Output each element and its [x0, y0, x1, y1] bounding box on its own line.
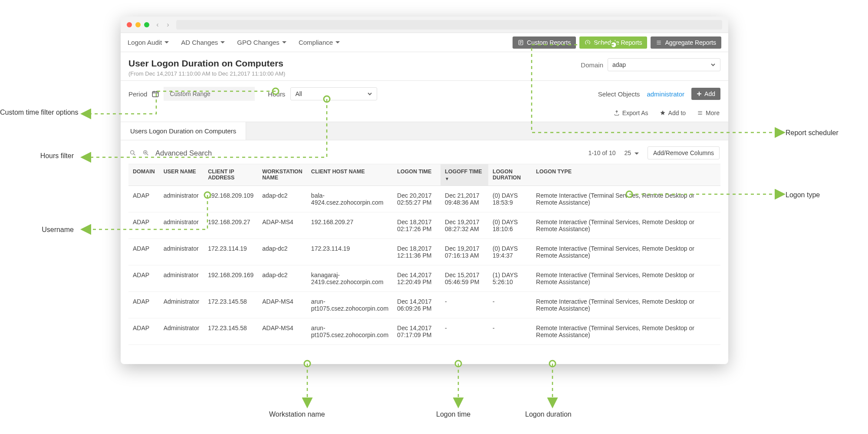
select-objects-label: Select Objects: [598, 90, 640, 98]
calendar-icon[interactable]: [151, 90, 159, 98]
annot-logontype: Logon type: [786, 191, 820, 199]
hours-select[interactable]: All: [290, 87, 377, 100]
advanced-search-link[interactable]: Advanced Search: [155, 149, 212, 157]
table-cell: Administrator: [159, 318, 204, 345]
search-plus-icon[interactable]: [142, 149, 149, 156]
tab-label: GPO Changes: [237, 39, 279, 46]
table-row[interactable]: ADAPadministrator192.168.209.27ADAP-MS41…: [128, 212, 720, 239]
table-wrap: DOMAINUSER NAMECLIENT IP ADDRESSWORKSTAT…: [121, 164, 728, 364]
col-header[interactable]: DOMAIN: [128, 164, 159, 186]
svg-rect-2: [153, 92, 159, 97]
close-window-icon[interactable]: [127, 22, 132, 27]
al-label: Export As: [622, 109, 648, 116]
table-cell: Dec 20,2017 02:55:27 PM: [393, 186, 441, 212]
chevron-down-icon: [220, 41, 225, 43]
selected-object-link[interactable]: administrator: [647, 90, 684, 98]
svg-point-3: [131, 151, 134, 154]
domain-select[interactable]: adap: [608, 58, 720, 71]
tab-logon-audit[interactable]: Logon Audit: [128, 39, 169, 46]
minimize-window-icon[interactable]: [135, 22, 141, 27]
table-cell: Remote Interactive (Terminal Services, R…: [532, 239, 720, 265]
aggregate-reports-button[interactable]: Aggregate Reports: [651, 36, 721, 49]
title-area: User Logon Duration on Computers (From D…: [121, 52, 728, 81]
add-button[interactable]: Add: [691, 88, 720, 100]
table-cell: ADAP: [128, 292, 159, 318]
hours-label: Hours: [268, 90, 285, 98]
table-cell: administrator: [159, 265, 204, 292]
col-header[interactable]: LOGOFF TIME▼: [441, 164, 488, 186]
chevron-down-icon: [635, 152, 639, 155]
col-header[interactable]: LOGON DURATION: [488, 164, 532, 186]
tab-gpo-changes[interactable]: GPO Changes: [237, 39, 286, 46]
table-cell: 192.168.209.27: [307, 212, 393, 239]
custom-reports-button[interactable]: Custom Reports: [513, 36, 576, 49]
col-header[interactable]: LOGON TIME: [393, 164, 441, 186]
table-cell: Remote Interactive (Terminal Services, R…: [532, 292, 720, 318]
table-cell: ADAP-MS4: [258, 212, 307, 239]
tab-compliance[interactable]: Compliance: [299, 39, 340, 46]
table-header-row: DOMAINUSER NAMECLIENT IP ADDRESSWORKSTAT…: [128, 164, 720, 186]
btn-label: Custom Reports: [527, 39, 571, 46]
al-label: More: [706, 109, 720, 116]
schedule-reports-button[interactable]: Schedule Reports: [579, 36, 647, 49]
btn-label: Aggregate Reports: [665, 39, 716, 46]
table-row[interactable]: ADAPadministrator192.168.209.169adap-dc2…: [128, 265, 720, 292]
top-tabs: Logon Audit AD Changes GPO Changes Compl…: [121, 33, 728, 52]
table-cell: Administrator: [159, 292, 204, 318]
page-size-selector[interactable]: 25: [624, 149, 638, 156]
report-icon: [518, 40, 524, 46]
table-row[interactable]: ADAPadministrator192.168.209.109adap-dc2…: [128, 186, 720, 212]
table-cell: Dec 21,2017 09:48:36 AM: [441, 186, 488, 212]
table-cell: Dec 19,2017 08:27:32 AM: [441, 212, 488, 239]
logon-table: DOMAINUSER NAMECLIENT IP ADDRESSWORKSTAT…: [128, 164, 720, 345]
col-header[interactable]: WORKSTATION NAME: [258, 164, 307, 186]
table-cell: 192.168.209.169: [204, 265, 258, 292]
plus-icon: [697, 91, 702, 96]
clock-icon: [585, 40, 591, 46]
chevron-down-icon: [335, 41, 340, 43]
table-cell: Dec 15,2017 05:46:59 PM: [441, 265, 488, 292]
tab-label: Compliance: [299, 39, 333, 46]
table-cell: kanagaraj-2419.csez.zohocorpin.com: [307, 265, 393, 292]
period-input[interactable]: [164, 87, 255, 101]
col-header[interactable]: CLIENT HOST NAME: [307, 164, 393, 186]
annot-duration: Logon duration: [525, 411, 572, 418]
annot-user: Username: [0, 226, 74, 234]
annot-workstation: Workstation name: [269, 411, 325, 418]
table-cell: Dec 14,2017 06:09:26 PM: [393, 292, 441, 318]
maximize-window-icon[interactable]: [144, 22, 149, 27]
more-button[interactable]: More: [697, 109, 720, 116]
col-header[interactable]: CLIENT IP ADDRESS: [204, 164, 258, 186]
search-icon[interactable]: [129, 149, 136, 156]
subtab-active[interactable]: Users Logon Duration on Computers: [121, 122, 246, 140]
chevron-down-icon: [367, 91, 372, 96]
add-remove-columns-button[interactable]: Add/Remove Columns: [648, 146, 720, 159]
table-row[interactable]: ADAPadministrator172.23.114.19adap-dc217…: [128, 239, 720, 265]
col-header[interactable]: USER NAME: [159, 164, 204, 186]
table-cell: administrator: [159, 212, 204, 239]
nav-back-icon[interactable]: ‹: [154, 20, 161, 29]
table-cell: 192.168.209.27: [204, 212, 258, 239]
page-subtitle: (From Dec 14,2017 11:10:00 AM to Dec 21,…: [128, 70, 285, 77]
table-row[interactable]: ADAPAdministrator172.23.145.58ADAP-MS4ar…: [128, 292, 720, 318]
table-cell: Remote Interactive (Terminal Services, R…: [532, 212, 720, 239]
table-cell: arun-pt1075.csez.zohocorpin.com: [307, 292, 393, 318]
tab-ad-changes[interactable]: AD Changes: [181, 39, 225, 46]
table-cell: adap-dc2: [258, 265, 307, 292]
table-cell: -: [441, 292, 488, 318]
table-cell: -: [488, 318, 532, 345]
table-cell: 172.23.145.58: [204, 318, 258, 345]
export-as-button[interactable]: Export As: [614, 109, 648, 116]
table-cell: Dec 14,2017 07:17:09 PM: [393, 318, 441, 345]
table-row[interactable]: ADAPAdministrator172.23.145.58ADAP-MS4ar…: [128, 318, 720, 345]
table-cell: adap-dc2: [258, 186, 307, 212]
table-cell: 172.23.114.19: [307, 239, 393, 265]
col-header[interactable]: LOGON TYPE: [532, 164, 720, 186]
app-window: ‹ › Logon Audit AD Changes GPO Changes: [121, 17, 728, 364]
nav-forward-icon[interactable]: ›: [164, 20, 172, 29]
address-bar[interactable]: [176, 20, 722, 30]
table-cell: Dec 18,2017 02:17:26 PM: [393, 212, 441, 239]
add-to-button[interactable]: Add to: [660, 109, 686, 116]
table-cell: -: [488, 292, 532, 318]
titlebar: ‹ ›: [121, 17, 728, 33]
